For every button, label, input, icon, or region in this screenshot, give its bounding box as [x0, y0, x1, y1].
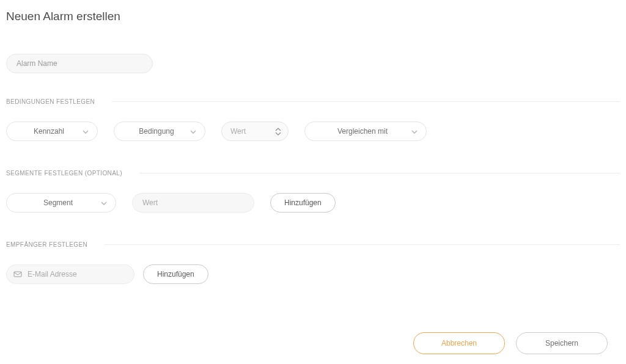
chevron-down-icon [190, 128, 196, 134]
condition-dropdown[interactable]: Bedingung [114, 122, 205, 141]
add-recipient-button[interactable]: Hinzufügen [143, 264, 208, 284]
number-stepper-icon[interactable] [275, 127, 281, 136]
compare-dropdown-label: Vergleichen mit [337, 127, 388, 136]
email-input[interactable] [6, 264, 134, 284]
add-segment-button[interactable]: Hinzufügen [270, 193, 336, 213]
divider [139, 173, 620, 173]
condition-dropdown-label: Bedingung [139, 127, 174, 136]
segment-dropdown-label: Segment [43, 198, 73, 207]
save-button[interactable]: Speichern [516, 332, 608, 354]
metric-dropdown[interactable]: Kennzahl [6, 122, 98, 141]
alarm-name-input[interactable] [6, 54, 153, 73]
metric-dropdown-label: Kennzahl [34, 127, 64, 136]
chevron-down-icon [411, 128, 418, 134]
section-label-recipients: EMPFÄNGER FESTLEGEN [6, 241, 87, 249]
cancel-button[interactable]: Abbrechen [413, 332, 505, 354]
compare-dropdown[interactable]: Vergleichen mit [304, 122, 427, 141]
segment-dropdown[interactable]: Segment [6, 193, 116, 213]
chevron-down-icon [101, 200, 107, 206]
chevron-down-icon [83, 128, 89, 134]
section-label-conditions: BEDINGUNGEN FESTLEGEN [6, 98, 95, 106]
divider [105, 244, 620, 245]
page-title: Neuen Alarm erstellen [6, 10, 620, 23]
divider [112, 101, 620, 102]
segment-value-input[interactable] [132, 193, 254, 213]
section-label-segments: SEGMENTE FESTLEGEN (OPTIONAL) [6, 169, 122, 177]
